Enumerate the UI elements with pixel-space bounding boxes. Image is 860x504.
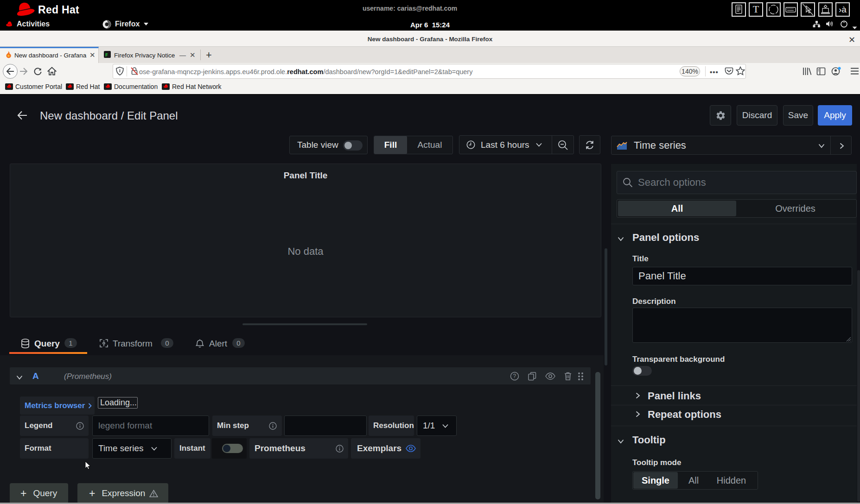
svg-text:F: F — [105, 53, 108, 58]
svg-text:?: ? — [513, 373, 516, 379]
